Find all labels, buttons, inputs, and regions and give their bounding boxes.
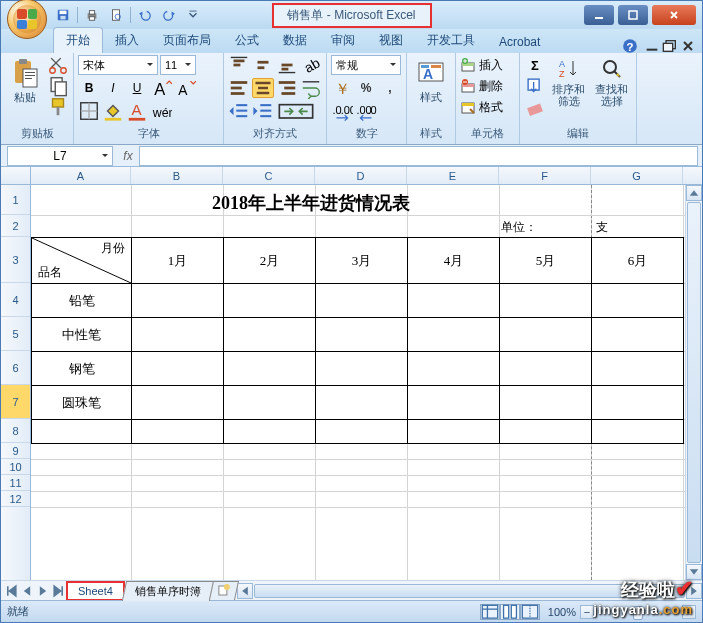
paste-button[interactable]: 粘贴 — [5, 55, 45, 105]
undo-button[interactable] — [135, 5, 155, 25]
col-header-a[interactable]: A — [31, 167, 131, 184]
grow-font-button[interactable]: A — [150, 78, 172, 98]
page-layout-view-button[interactable] — [500, 604, 520, 620]
comma-button[interactable]: , — [379, 78, 401, 98]
bold-button[interactable]: B — [78, 78, 100, 98]
redo-button[interactable] — [159, 5, 179, 25]
tab-nav-first[interactable] — [3, 583, 19, 599]
data-cell[interactable] — [408, 386, 500, 420]
merge-button[interactable] — [276, 101, 316, 121]
data-cell[interactable] — [408, 284, 500, 318]
formula-input[interactable] — [139, 146, 698, 166]
sort-filter-button[interactable]: AZ 排序和 筛选 — [548, 55, 589, 109]
autosum-button[interactable]: Σ — [524, 55, 546, 75]
mdi-minimize[interactable] — [644, 39, 660, 53]
data-cell[interactable] — [316, 352, 408, 386]
row-header-6[interactable]: 6 — [1, 351, 30, 385]
col-header-e[interactable]: E — [407, 167, 499, 184]
empty-cell[interactable] — [224, 420, 316, 444]
data-cell[interactable] — [500, 352, 592, 386]
insert-sheet-button[interactable] — [209, 581, 239, 600]
office-button[interactable] — [7, 0, 47, 39]
save-button[interactable] — [53, 5, 73, 25]
tab-nav-next[interactable] — [35, 583, 51, 599]
underline-button[interactable]: U — [126, 78, 148, 98]
empty-cell[interactable] — [592, 420, 684, 444]
cells-area[interactable]: 2018年上半年进货情况表 单位： 支 月份品名1月2月3月4月5月6月铅笔中性… — [31, 185, 702, 580]
percent-button[interactable]: % — [355, 78, 377, 98]
close-button[interactable] — [652, 5, 696, 25]
empty-cell[interactable] — [408, 420, 500, 444]
increase-indent-button[interactable] — [252, 101, 274, 121]
data-cell[interactable] — [224, 284, 316, 318]
data-cell[interactable] — [316, 386, 408, 420]
normal-view-button[interactable] — [480, 604, 500, 620]
styles-button[interactable]: A 样式 — [411, 55, 451, 105]
data-cell[interactable] — [132, 386, 224, 420]
page-break-view-button[interactable] — [520, 604, 540, 620]
font-size-select[interactable]: 11 — [160, 55, 196, 75]
data-cell[interactable] — [132, 284, 224, 318]
align-center-button[interactable] — [252, 78, 274, 98]
data-cell[interactable] — [592, 386, 684, 420]
data-cell[interactable] — [500, 386, 592, 420]
shrink-font-button[interactable]: A — [174, 78, 196, 98]
data-cell[interactable] — [316, 318, 408, 352]
data-cell[interactable] — [500, 284, 592, 318]
copy-button[interactable] — [47, 76, 69, 96]
qat-customize[interactable] — [183, 5, 203, 25]
ribbon-tab-layout[interactable]: 页面布局 — [151, 28, 223, 53]
data-cell[interactable] — [132, 318, 224, 352]
data-cell[interactable] — [224, 352, 316, 386]
ribbon-tab-formula[interactable]: 公式 — [223, 28, 271, 53]
ribbon-tab-home[interactable]: 开始 — [53, 27, 103, 53]
data-cell[interactable] — [500, 318, 592, 352]
increase-decimal-button[interactable]: .0.00 — [331, 101, 353, 121]
empty-cell[interactable] — [316, 420, 408, 444]
ribbon-tab-developer[interactable]: 开发工具 — [415, 28, 487, 53]
wrap-text-button[interactable] — [300, 78, 322, 98]
clear-button[interactable] — [524, 97, 546, 117]
fill-color-button[interactable] — [102, 101, 124, 121]
row-header-5[interactable]: 5 — [1, 317, 30, 351]
col-header-g[interactable]: G — [591, 167, 683, 184]
currency-button[interactable]: ￥ — [331, 78, 353, 98]
row-header-1[interactable]: 1 — [1, 185, 30, 215]
empty-cell[interactable] — [132, 420, 224, 444]
maximize-button[interactable] — [618, 5, 648, 25]
row-header-12[interactable]: 12 — [1, 491, 30, 507]
font-name-select[interactable]: 宋体 — [78, 55, 158, 75]
row-header-9[interactable]: 9 — [1, 443, 30, 459]
decrease-decimal-button[interactable]: .00.0 — [355, 101, 377, 121]
row-header-11[interactable]: 11 — [1, 475, 30, 491]
scroll-up-button[interactable] — [686, 185, 702, 201]
data-cell[interactable] — [224, 386, 316, 420]
align-left-button[interactable] — [228, 78, 250, 98]
data-cell[interactable] — [592, 352, 684, 386]
print-button[interactable] — [82, 5, 102, 25]
data-cell[interactable] — [592, 284, 684, 318]
fx-button[interactable]: fx — [119, 147, 137, 165]
orientation-button[interactable]: ab — [300, 55, 322, 75]
name-box[interactable]: L7 — [7, 146, 113, 166]
font-color-button[interactable]: A — [126, 101, 148, 121]
preview-button[interactable] — [106, 5, 126, 25]
col-header-f[interactable]: F — [499, 167, 591, 184]
minimize-button[interactable] — [584, 5, 614, 25]
cut-button[interactable] — [47, 55, 69, 75]
data-cell[interactable] — [408, 352, 500, 386]
borders-button[interactable] — [78, 101, 100, 121]
ribbon-tab-insert[interactable]: 插入 — [103, 28, 151, 53]
fill-button[interactable] — [524, 76, 546, 96]
empty-cell[interactable] — [32, 420, 132, 444]
align-top-button[interactable] — [228, 55, 250, 75]
align-bottom-button[interactable] — [276, 55, 298, 75]
italic-button[interactable]: I — [102, 78, 124, 98]
row-header-8[interactable]: 8 — [1, 419, 30, 443]
number-format-select[interactable]: 常规 — [331, 55, 401, 75]
ribbon-tab-acrobat[interactable]: Acrobat — [487, 31, 552, 53]
help-button[interactable]: ? — [622, 39, 638, 53]
data-cell[interactable] — [408, 318, 500, 352]
data-cell[interactable] — [592, 318, 684, 352]
data-cell[interactable] — [224, 318, 316, 352]
